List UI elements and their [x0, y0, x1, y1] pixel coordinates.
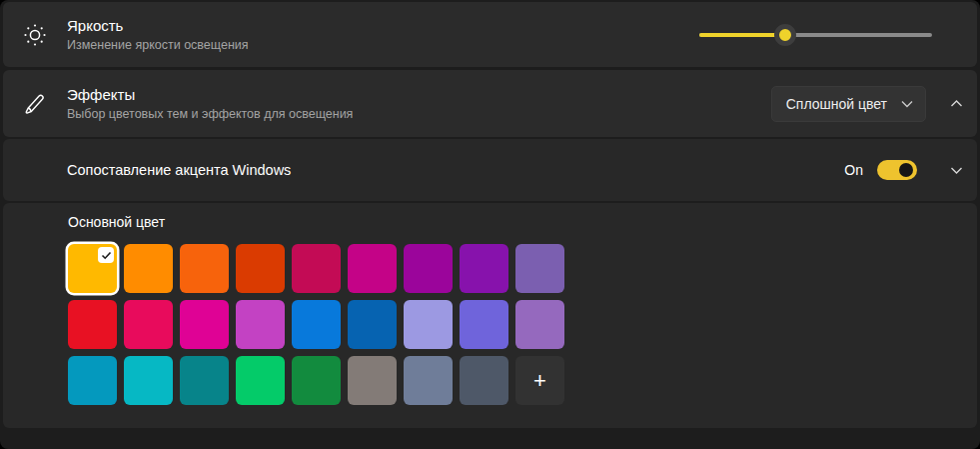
- color-swatch[interactable]: [348, 356, 397, 405]
- slider-fill: [699, 33, 785, 37]
- color-swatch[interactable]: [180, 300, 229, 349]
- color-swatch[interactable]: [460, 300, 508, 349]
- slider-thumb[interactable]: [774, 24, 796, 46]
- color-swatch[interactable]: [236, 244, 285, 293]
- color-swatch[interactable]: [124, 300, 173, 349]
- effects-mode-dropdown[interactable]: Сплошной цвет: [771, 86, 926, 122]
- chevron-up-icon: [950, 99, 963, 108]
- toggle-knob: [899, 163, 913, 177]
- lighting-settings-panel: Яркость Изменение яркости освещения Эффе…: [0, 0, 980, 449]
- color-swatch[interactable]: [292, 356, 341, 405]
- chevron-down-icon: [901, 100, 913, 108]
- color-swatch[interactable]: [515, 244, 564, 293]
- chevron-down-icon: [950, 166, 963, 175]
- color-swatch[interactable]: [124, 244, 173, 293]
- brush-icon: [3, 91, 67, 117]
- effects-mode-value: Сплошной цвет: [786, 96, 887, 112]
- toggle-state-label: On: [844, 162, 863, 178]
- color-swatch-grid: +: [68, 244, 977, 405]
- brightness-row: Яркость Изменение яркости освещения: [3, 2, 977, 67]
- add-custom-color-button[interactable]: +: [515, 356, 564, 405]
- color-swatch[interactable]: [236, 300, 285, 349]
- color-swatch[interactable]: [404, 300, 453, 349]
- accent-match-toggle[interactable]: [877, 160, 917, 180]
- effects-collapse-button[interactable]: [943, 91, 969, 117]
- checkmark-icon: [98, 247, 114, 263]
- effects-row: Эффекты Выбор цветовых тем и эффектов дл…: [3, 70, 977, 137]
- color-swatch[interactable]: [180, 356, 229, 405]
- primary-color-section: Основной цвет +: [3, 203, 977, 428]
- color-swatch[interactable]: [348, 300, 397, 349]
- color-swatch[interactable]: [348, 244, 397, 293]
- color-swatch[interactable]: [180, 244, 229, 293]
- color-swatch[interactable]: [124, 356, 173, 405]
- color-swatch[interactable]: [68, 356, 117, 405]
- color-swatch[interactable]: [68, 300, 117, 349]
- color-swatch[interactable]: [404, 356, 453, 405]
- color-swatch[interactable]: [515, 300, 564, 349]
- color-swatch[interactable]: [460, 356, 508, 405]
- color-swatch[interactable]: [404, 244, 453, 293]
- color-swatch[interactable]: [460, 244, 508, 293]
- sun-icon: [3, 22, 67, 48]
- color-swatch[interactable]: [68, 244, 117, 293]
- color-swatch[interactable]: [236, 356, 285, 405]
- accent-match-row: Сопоставление акцента Windows On: [3, 139, 977, 201]
- accent-match-label: Сопоставление акцента Windows: [67, 162, 291, 178]
- color-swatch[interactable]: [292, 300, 341, 349]
- accent-match-expand-button[interactable]: [943, 157, 969, 183]
- brightness-slider[interactable]: [699, 24, 932, 46]
- color-swatch[interactable]: [292, 244, 341, 293]
- palette-title: Основной цвет: [68, 214, 977, 230]
